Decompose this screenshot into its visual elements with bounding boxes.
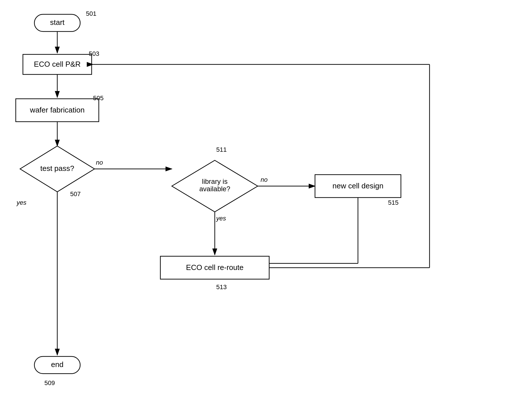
node-id-515: 515 xyxy=(388,199,399,206)
new-cell-label: new cell design xyxy=(332,182,383,190)
node-id-501: 501 xyxy=(86,10,97,17)
node-id-509: 509 xyxy=(44,379,55,387)
no-test-label: no xyxy=(96,159,103,166)
library-avail-label2: available? xyxy=(199,185,230,193)
library-avail-label1: library is xyxy=(202,178,227,185)
start-label: start xyxy=(50,18,65,27)
wafer-fab-label: wafer fabrication xyxy=(30,106,85,114)
node-id-503: 503 xyxy=(89,50,99,57)
node-id-505: 505 xyxy=(93,94,104,102)
yes-test-label: yes xyxy=(16,199,26,206)
eco-pr-label: ECO cell P&R xyxy=(34,60,80,68)
yes-lib-label: yes xyxy=(216,215,226,222)
test-pass-label: test pass? xyxy=(40,164,74,173)
end-label: end xyxy=(51,360,63,369)
eco-reroute-label: ECO cell re-route xyxy=(186,263,244,272)
node-id-507: 507 xyxy=(70,190,81,198)
node-id-511: 511 xyxy=(216,146,227,153)
flowchart-diagram: start 501 ECO cell P&R 503 wafer fabrica… xyxy=(0,0,506,420)
node-id-513: 513 xyxy=(216,283,227,291)
no-lib-label: no xyxy=(261,176,267,183)
